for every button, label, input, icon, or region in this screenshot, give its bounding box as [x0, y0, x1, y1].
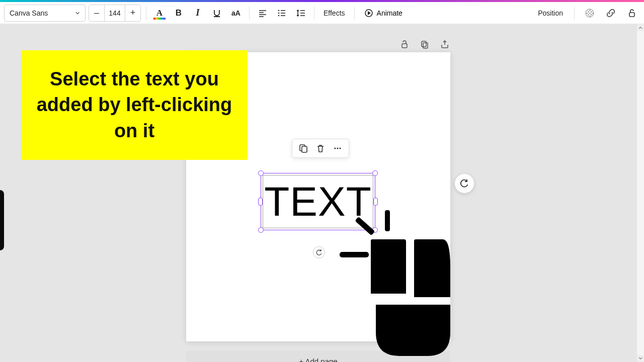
share-up-icon	[440, 39, 450, 49]
animate-icon	[364, 8, 374, 18]
font-family-select[interactable]: Canva Sans	[4, 5, 86, 22]
scroll-down-button[interactable]	[637, 355, 644, 362]
svg-point-16	[339, 147, 341, 149]
more-horizontal-icon	[333, 143, 343, 153]
svg-point-14	[334, 147, 336, 149]
more-options-button[interactable]	[332, 142, 344, 154]
page-duplicate-button[interactable]	[419, 38, 431, 50]
spacing-icon	[296, 9, 306, 18]
rotate-icon	[315, 249, 323, 256]
chevron-down-icon	[75, 11, 80, 16]
font-size-increase-button[interactable]: +	[125, 5, 140, 21]
text-element-content[interactable]: TEXT	[264, 178, 372, 225]
add-page-button[interactable]: + Add page	[186, 351, 450, 362]
svg-point-7	[586, 9, 594, 17]
spacing-button[interactable]	[293, 5, 309, 21]
lock-button[interactable]	[624, 5, 640, 21]
svg-rect-9	[402, 44, 407, 48]
animate-button[interactable]: Animate	[360, 8, 407, 18]
side-panel-toggle[interactable]	[0, 190, 4, 250]
resize-handle-left[interactable]	[258, 198, 263, 206]
scroll-up-button[interactable]	[637, 24, 644, 31]
position-button[interactable]: Position	[534, 9, 567, 17]
font-size-value[interactable]: 144	[104, 5, 125, 21]
svg-rect-13	[302, 146, 307, 152]
resize-handle-top-left[interactable]	[258, 170, 264, 176]
resize-handle-bottom-right[interactable]	[372, 227, 378, 233]
workspace: + Add page Select the text you added by …	[0, 24, 644, 362]
trash-icon	[315, 143, 326, 153]
text-element-inner: TEXT	[263, 175, 373, 228]
rotate-handle[interactable]	[313, 246, 325, 258]
italic-button[interactable]: I	[190, 5, 206, 21]
resize-handle-top-right[interactable]	[372, 170, 378, 176]
link-icon	[606, 8, 616, 18]
page-action-toolbar	[398, 38, 451, 50]
transparency-icon	[585, 8, 595, 18]
resize-handle-right[interactable]	[373, 198, 378, 206]
lock-open-icon	[399, 39, 410, 49]
svg-point-0	[278, 10, 280, 11]
chevron-down-icon	[638, 356, 642, 360]
bullet-list-icon	[277, 9, 286, 18]
animate-label: Animate	[377, 9, 403, 17]
text-toolbar: Canva Sans – 144 + A B I aA Effects Anim…	[0, 2, 644, 24]
svg-rect-10	[422, 41, 426, 47]
toolbar-right-group: Position	[534, 5, 640, 21]
toolbar-divider	[314, 7, 314, 20]
selection-context-toolbar	[292, 139, 349, 158]
toolbar-divider	[574, 7, 575, 20]
font-size-decrease-button[interactable]: –	[89, 5, 104, 21]
svg-point-15	[337, 147, 338, 149]
toolbar-divider	[249, 7, 250, 20]
page-share-button[interactable]	[439, 38, 451, 50]
transparency-button[interactable]	[582, 5, 598, 21]
toolbar-divider	[354, 7, 355, 20]
toolbar-divider	[146, 7, 146, 20]
chevron-up-icon	[638, 26, 642, 30]
refresh-icon	[459, 178, 469, 189]
instruction-text: Select the text you added by left-clicki…	[30, 66, 238, 144]
alignment-button[interactable]	[255, 5, 271, 21]
selected-text-element[interactable]: TEXT	[261, 173, 375, 230]
svg-point-2	[278, 15, 280, 16]
list-button[interactable]	[274, 5, 290, 21]
link-button[interactable]	[603, 5, 619, 21]
resize-handle-bottom-left[interactable]	[258, 227, 264, 233]
page-unlock-button[interactable]	[398, 38, 411, 50]
bold-button[interactable]: B	[171, 5, 187, 21]
svg-rect-8	[629, 13, 634, 17]
lock-open-icon	[627, 8, 637, 18]
delete-element-button[interactable]	[314, 142, 327, 154]
text-color-button[interactable]: A	[151, 5, 168, 21]
regenerate-button[interactable]	[455, 174, 474, 193]
svg-rect-11	[423, 43, 428, 48]
underline-icon	[212, 9, 221, 18]
duplicate-element-button[interactable]	[297, 142, 309, 154]
vertical-scrollbar[interactable]	[637, 24, 644, 362]
effects-button[interactable]: Effects	[319, 9, 349, 17]
duplicate-icon	[420, 39, 430, 49]
text-case-button[interactable]: aA	[228, 5, 244, 21]
svg-point-1	[278, 12, 280, 14]
underline-button[interactable]	[209, 5, 225, 21]
font-size-stepper: – 144 +	[89, 5, 141, 22]
duplicate-icon	[298, 143, 308, 153]
instruction-callout: Select the text you added by left-clicki…	[21, 50, 248, 160]
font-family-value: Canva Sans	[10, 9, 48, 17]
align-left-icon	[258, 9, 267, 18]
